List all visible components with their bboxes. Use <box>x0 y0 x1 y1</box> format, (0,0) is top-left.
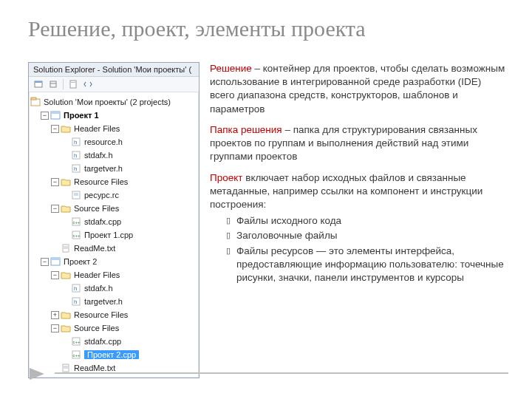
svg-text:h: h <box>74 166 77 172</box>
collapse-icon[interactable]: − <box>51 205 59 213</box>
term-project: Проект <box>210 172 242 183</box>
svg-text:h: h <box>74 152 77 159</box>
h-file-icon: h <box>71 163 81 174</box>
tree-row[interactable]: + Resource Files <box>30 308 197 321</box>
h-file-icon: h <box>71 150 81 160</box>
footer-triangle-icon <box>30 368 44 380</box>
tree-row[interactable]: − Resource Files <box>30 175 197 188</box>
tree-row[interactable]: h targetver.h <box>30 295 197 308</box>
collapse-icon[interactable]: − <box>41 258 49 266</box>
tree-row[interactable]: h resource.h <box>30 135 197 149</box>
folder-label: Header Files <box>74 270 120 279</box>
refresh-icon[interactable] <box>66 78 80 90</box>
rc-file-icon <box>71 190 81 200</box>
folder-label: Source Files <box>74 204 119 213</box>
svg-rect-9 <box>51 112 60 114</box>
tree-row[interactable]: ресурс.rc <box>30 188 197 202</box>
folder-icon <box>61 203 71 214</box>
definition-project: Проект включает набор исходных файлов и … <box>210 171 508 212</box>
folder-label: Resource Files <box>74 177 128 186</box>
folder-label: Header Files <box>74 124 120 133</box>
folder-label: Resource Files <box>74 310 128 319</box>
explorer-tree: Solution 'Мои проекты' (2 projects) − Пр… <box>29 92 199 378</box>
collapse-icon[interactable]: − <box>51 271 59 279</box>
file-label: stdafx.cpp <box>84 337 121 346</box>
collapse-icon[interactable]: − <box>51 125 59 133</box>
show-all-files-icon[interactable] <box>47 78 60 90</box>
tree-row[interactable]: h targetver.h <box>30 162 197 175</box>
file-label: stdafx.h <box>84 151 113 160</box>
definition-solution: Решение – контейнер для проектов, чтобы … <box>210 62 508 116</box>
svg-text:h: h <box>74 299 77 305</box>
h-file-icon: h <box>71 296 81 307</box>
tree-row[interactable]: c++ stdafx.cpp <box>30 335 197 348</box>
h-file-icon: h <box>71 137 81 147</box>
svg-rect-1 <box>35 81 42 83</box>
tree-row[interactable]: − Source Files <box>30 321 197 335</box>
txt-file-icon <box>61 243 71 253</box>
view-code-icon[interactable] <box>81 78 95 90</box>
svg-rect-7 <box>31 98 36 100</box>
folder-icon <box>61 177 71 187</box>
tree-row[interactable]: − Header Files <box>30 122 197 135</box>
definition-body: включает набор исходных файлов и связанн… <box>210 172 482 210</box>
footer-rule <box>55 372 508 374</box>
project-icon <box>50 256 61 267</box>
content-wrap: Solution Explorer - Solution 'Мои проект… <box>28 62 508 378</box>
term-solution: Решение <box>210 63 252 74</box>
term-solution-folder: Папка решения <box>210 124 282 135</box>
toolbar-separator <box>63 79 64 89</box>
properties-icon[interactable] <box>32 78 45 90</box>
tree-row[interactable]: h stdafx.h <box>30 149 197 162</box>
folder-icon <box>61 123 71 134</box>
file-label: targetver.h <box>84 297 123 306</box>
tree-row[interactable]: − Header Files <box>30 268 197 282</box>
collapse-icon[interactable]: − <box>41 112 49 120</box>
tree-row[interactable]: c++ Проект 1.cpp <box>30 228 197 242</box>
solution-icon <box>30 97 41 107</box>
collapse-icon[interactable]: − <box>51 324 59 332</box>
definition-body: – контейнер для проектов, чтобы сделать … <box>210 63 505 115</box>
svg-rect-4 <box>70 81 76 88</box>
file-label: stdafx.h <box>84 284 113 293</box>
svg-text:h: h <box>74 139 77 146</box>
file-label: Проект 1.cpp <box>84 231 133 239</box>
tree-row[interactable]: c++ stdafx.cpp <box>30 215 197 228</box>
collapse-icon[interactable]: − <box>51 178 59 186</box>
solution-node[interactable]: Solution 'Мои проекты' (2 projects) <box>30 95 197 109</box>
project-name: Проект 2 <box>64 257 97 266</box>
solution-explorer-panel: Solution Explorer - Solution 'Мои проект… <box>28 62 200 378</box>
definitions-column: Решение – контейнер для проектов, чтобы … <box>210 62 508 378</box>
svg-text:c++: c++ <box>73 220 81 225</box>
svg-rect-2 <box>50 81 56 87</box>
list-item: Файлы ресурсов — это элементы интерфейса… <box>226 245 508 285</box>
folder-icon <box>61 323 71 333</box>
file-label: ReadMe.txt <box>74 364 115 372</box>
txt-file-icon <box>61 363 71 373</box>
svg-text:h: h <box>74 285 77 292</box>
svg-rect-5 <box>71 82 75 83</box>
tree-row[interactable]: h stdafx.h <box>30 282 197 295</box>
tree-row[interactable]: − Проект 1 <box>30 109 197 122</box>
slide-title: Решение, проект, элементы проекта <box>28 16 366 41</box>
file-label: ресурс.rc <box>84 191 119 200</box>
svg-rect-17 <box>74 193 78 196</box>
tree-row[interactable]: − Source Files <box>30 202 197 215</box>
file-label: targetver.h <box>84 164 123 173</box>
folder-label: Source Files <box>74 324 119 332</box>
h-file-icon: h <box>71 283 81 293</box>
expand-icon[interactable]: + <box>51 311 59 319</box>
svg-text:c++: c++ <box>73 233 81 238</box>
project-icon <box>50 110 61 120</box>
tree-row[interactable]: ReadMe.txt <box>30 242 197 255</box>
tree-row[interactable]: − Проект 2 <box>30 255 197 268</box>
file-label: resource.h <box>84 137 123 146</box>
folder-icon <box>61 310 71 320</box>
svg-text:c++: c++ <box>73 353 81 358</box>
cpp-file-icon: c++ <box>71 230 81 240</box>
explorer-toolbar <box>29 77 199 92</box>
cpp-file-icon: c++ <box>71 216 81 227</box>
file-label: ReadMe.txt <box>74 244 115 253</box>
tree-row-selected[interactable]: c++ Проект 2.cpp <box>30 348 197 361</box>
list-item: Файлы исходного кода <box>226 214 508 228</box>
